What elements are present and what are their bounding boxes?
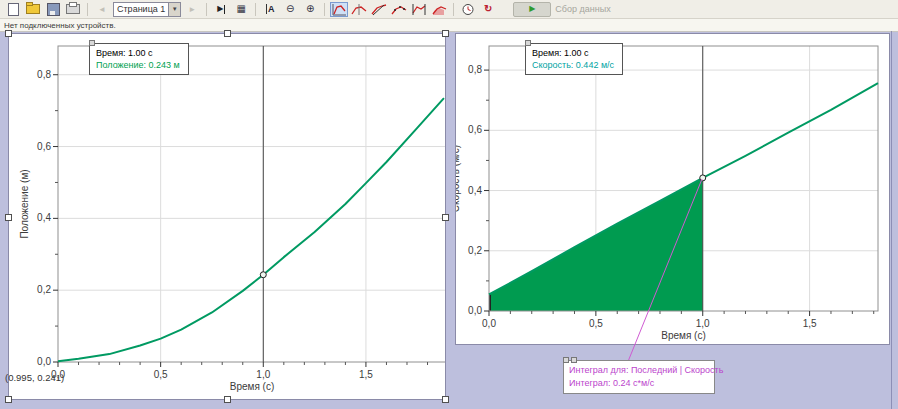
tooltip-velocity-value: Скорость: 0.442 м/с [532,59,614,71]
curve-fit-icon[interactable] [390,2,408,17]
svg-text:0,6: 0,6 [37,141,51,152]
tooltip-time-value: Время: 1.00 с [532,47,614,59]
resize-handle[interactable] [442,396,449,403]
toolbar-separator [87,3,88,16]
tangent-icon[interactable] [370,2,388,17]
velocity-examine-tooltip[interactable]: Время: 1.00 с Скорость: 0.442 м/с [525,43,623,75]
interpolate-icon[interactable] [350,2,368,17]
tooltip-position-value: Положение: 0.243 м [96,59,180,71]
collect-button-label: Сбор данных [555,4,610,14]
svg-text:1,5: 1,5 [803,318,817,329]
resize-handle[interactable] [5,396,12,403]
annotation-handle-icon[interactable] [563,357,569,363]
svg-text:0,2: 0,2 [37,284,51,295]
next-page-icon[interactable]: ▶ [212,2,230,17]
toolbar-separator [453,3,454,16]
svg-text:0,8: 0,8 [37,69,51,80]
svg-text:Время (с): Время (с) [230,381,275,392]
cursor-coordinates-label: (0.995, 0.241) [5,372,64,383]
integral-annotation-line2: Интеграл: 0.24 с*м/с [569,377,709,390]
window-edge [891,31,892,409]
velocity-graph-panel[interactable]: 0,00,51,01,50,00,20,40,60,8Время (с)Скор… [455,33,890,345]
tooltip-handle-icon[interactable] [89,40,95,46]
svg-text:0,0: 0,0 [37,356,51,367]
velocity-graph[interactable]: 0,00,51,01,50,00,20,40,60,8Время (с)Скор… [456,34,889,344]
open-icon[interactable] [24,2,42,17]
position-graph[interactable]: 0,00,51,01,50,00,20,40,60,8Время (с)Поло… [9,34,445,399]
status-text: Нет подключенных устройств. [4,21,116,30]
chevron-down-icon[interactable]: ▼ [168,3,180,16]
svg-text:1,5: 1,5 [359,369,373,380]
integral-annotation[interactable]: Интеграл для: Последний | Скорость Интег… [563,360,715,394]
play-icon: ▶ [513,2,551,17]
print-icon[interactable] [64,2,82,17]
svg-text:0,0: 0,0 [468,305,482,316]
autoscale-icon[interactable] [330,2,348,17]
workspace: 0,00,51,01,50,00,20,40,60,8Время (с)Поло… [0,31,898,409]
svg-text:Положение (м): Положение (м) [19,169,30,238]
svg-text:0,5: 0,5 [589,318,603,329]
page-selector-label: Страница 1 [114,4,168,14]
zoom-out-icon[interactable]: ⊖ [281,2,299,17]
svg-text:0,4: 0,4 [468,185,482,196]
tooltip-handle-icon[interactable] [525,40,531,46]
resize-handle[interactable] [442,214,449,221]
toolbar: ◄ Страница 1 ▼ ► ▶ ▦ A ⊖ ⊕ ↻ ▶ Сбор данн… [0,0,898,19]
tooltip-time-value: Время: 1.00 с [96,47,180,59]
toolbar-separator [206,3,207,16]
resize-handle[interactable] [5,214,12,221]
svg-text:1,0: 1,0 [696,318,710,329]
clock-icon[interactable] [459,2,477,17]
resize-handle[interactable] [5,30,12,37]
svg-text:Время (с): Время (с) [661,330,706,341]
svg-text:0,8: 0,8 [468,64,482,75]
toolbar-separator [255,3,256,16]
integral-annotation-line1: Интеграл для: Последний | Скорость [569,364,709,377]
statistics-icon[interactable] [410,2,428,17]
examine-icon[interactable]: A [261,2,279,17]
save-icon[interactable] [44,2,62,17]
zoom-in-icon[interactable]: ⊕ [301,2,319,17]
position-examine-tooltip[interactable]: Время: 1.00 с Положение: 0.243 м [89,43,189,75]
integral-icon[interactable] [430,2,448,17]
svg-text:0,4: 0,4 [37,212,51,223]
svg-text:Скорость (м/с): Скорость (м/с) [456,145,461,212]
svg-text:1,0: 1,0 [256,369,270,380]
resize-handle[interactable] [224,396,231,403]
next-page-arrow-icon[interactable]: ► [183,2,201,17]
replay-icon[interactable]: ↻ [479,2,497,17]
collect-button[interactable]: ▶ Сбор данных [513,2,610,17]
toolbar-separator [324,3,325,16]
svg-text:0,2: 0,2 [468,245,482,256]
previous-page-icon[interactable]: ◄ [93,2,111,17]
resize-handle[interactable] [224,30,231,37]
annotation-handle-icon[interactable] [571,357,577,363]
position-graph-panel[interactable]: 0,00,51,01,50,00,20,40,60,8Время (с)Поло… [8,33,446,400]
page-selector[interactable]: Страница 1 ▼ [113,2,181,17]
svg-text:0,0: 0,0 [482,318,496,329]
svg-text:0,5: 0,5 [154,369,168,380]
resize-handle[interactable] [442,30,449,37]
data-table-icon[interactable]: ▦ [232,2,250,17]
svg-text:0,6: 0,6 [468,124,482,135]
new-document-icon[interactable] [4,2,22,17]
